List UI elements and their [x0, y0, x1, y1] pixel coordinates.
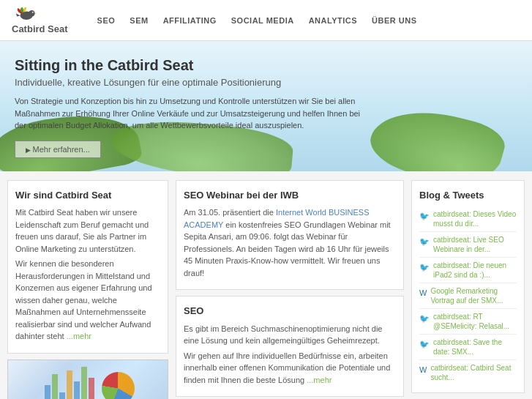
seo-card-para1: Es gibt im Bereich Suchmaschinenoptimier… — [184, 323, 396, 347]
tweet-link-7[interactable]: catbirdseat: Catbird Seat sucht... — [430, 363, 517, 382]
nav-affiliating[interactable]: AFFILIATING — [163, 16, 217, 25]
logo-bird-icon — [12, 6, 38, 22]
twitter-icon-2: 🐦 — [419, 236, 430, 254]
twitter-icon-5: 🐦 — [419, 338, 430, 357]
svg-point-1 — [29, 10, 35, 17]
nav-ueber-uns[interactable]: ÜBER UNS — [372, 16, 416, 25]
wir-card-para2: Wir kennen die besonderen Herausforderun… — [15, 258, 160, 343]
tweet-item-3: 🐦 catbirdseat: Die neuen iPad2 sind da :… — [419, 258, 517, 283]
seo-webinar-card: SEO Webinar bei der IWB Am 31.05. präsen… — [176, 180, 404, 291]
bar-7 — [89, 378, 94, 400]
logo-area: Catbird Seat — [12, 6, 68, 34]
hero-body: Von Strategie und Konzeption bis hin zu … — [15, 95, 366, 132]
tweet-link-5[interactable]: catbirdseat: RT @SEMelicity: Relasal... — [433, 312, 517, 331]
blog-card-title: Blog & Tweets — [419, 188, 517, 203]
twitter-icon-1: 🐦 — [419, 210, 430, 228]
seo-webinar-body: Am 31.05. präsentiert die Internet World… — [184, 206, 396, 279]
main-nav: SEO SEM AFFILIATING SOCIAL MEDIA ANALYTI… — [97, 16, 417, 25]
nav-sem[interactable]: SEM — [130, 16, 148, 25]
tweet-link-3[interactable]: catbirdseat: Die neuen iPad2 sind da :).… — [433, 261, 517, 280]
right-column: Blog & Tweets 🐦 catbirdseat: Dieses Vide… — [411, 180, 525, 400]
nav-analytics[interactable]: ANALYTICS — [309, 16, 357, 25]
wir-card: Wir sind Catbird Seat Mit Catbird Seat h… — [7, 180, 168, 354]
blog-card: Blog & Tweets 🐦 catbirdseat: Dieses Vide… — [411, 180, 525, 394]
hero-subtitle: Individuelle, kreative Lösungen für eine… — [15, 77, 517, 88]
wordpress-icon-1: W — [419, 287, 427, 305]
bar-6 — [81, 367, 87, 400]
tweet-item-4: W Google Remarketing Vortrag auf der SMX… — [419, 283, 517, 309]
tweets-list: 🐦 catbirdseat: Dieses Video musst du dir… — [419, 206, 517, 385]
tweet-item-5: 🐦 catbirdseat: RT @SEMelicity: Relasal..… — [419, 309, 517, 335]
tweet-link-1[interactable]: catbirdseat: Dieses Video musst du dir..… — [433, 209, 517, 228]
left-column: Wir sind Catbird Seat Mit Catbird Seat h… — [7, 180, 168, 400]
middle-column: SEO Webinar bei der IWB Am 31.05. präsen… — [176, 180, 404, 400]
tweet-item-1: 🐦 catbirdseat: Dieses Video musst du dir… — [419, 206, 517, 232]
wir-card-title: Wir sind Catbird Seat — [15, 188, 160, 203]
wordpress-icon-2: W — [419, 364, 427, 382]
bar-chart — [41, 367, 98, 400]
nav-seo[interactable]: SEO — [97, 16, 116, 25]
logo-text: Catbird Seat — [12, 23, 68, 34]
tweet-item-7: W catbirdseat: Catbird Seat sucht... — [419, 360, 517, 385]
seo-card: SEO Es gibt im Bereich Suchmaschinenopti… — [176, 296, 404, 397]
svg-point-3 — [33, 12, 34, 12]
twitter-icon-4: 🐦 — [419, 313, 430, 331]
tweet-item-6: 🐦 catbirdseat: Save the date: SMX... — [419, 335, 517, 360]
bar-1 — [45, 385, 50, 400]
hero-section: Sitting in the Catbird Seat Individuelle… — [0, 41, 532, 171]
header: Catbird Seat SEO SEM AFFILIATING SOCIAL … — [0, 0, 532, 41]
hero-leaf-right — [364, 97, 509, 171]
mehr-erfahren-button[interactable]: Mehr erfahren... — [15, 141, 101, 158]
hero-title: Sitting in the Catbird Seat — [15, 57, 517, 74]
screenshot-image — [7, 359, 168, 400]
seo-mehr-link[interactable]: ...mehr — [307, 376, 331, 384]
tweet-link-2[interactable]: catbirdseat: Live SEO Webinare in der... — [433, 235, 517, 254]
main-content: Wir sind Catbird Seat Mit Catbird Seat h… — [0, 171, 532, 400]
bar-5 — [74, 381, 80, 400]
seo-card-title: SEO — [184, 304, 396, 318]
tweet-link-6[interactable]: catbirdseat: Save the date: SMX... — [433, 338, 517, 357]
bar-2 — [52, 374, 58, 400]
wir-mehr-link[interactable]: ...mehr — [67, 332, 91, 340]
wir-card-para1: Mit Catbird Seat haben wir unsere Leiden… — [15, 206, 160, 255]
seo-webinar-title: SEO Webinar bei der IWB — [184, 188, 396, 203]
seo-card-para2: Wir gehen auf Ihre individuellen Bedürfn… — [184, 350, 396, 387]
bar-3 — [59, 392, 65, 400]
tweet-item-2: 🐦 catbirdseat: Live SEO Webinare in der.… — [419, 232, 517, 258]
nav-social-media[interactable]: SOCIAL MEDIA — [231, 16, 294, 25]
bar-4 — [67, 370, 72, 400]
tweet-link-4[interactable]: Google Remarketing Vortrag auf der SMX..… — [430, 286, 517, 305]
twitter-icon-3: 🐦 — [419, 261, 430, 280]
pie-chart — [102, 372, 135, 399]
